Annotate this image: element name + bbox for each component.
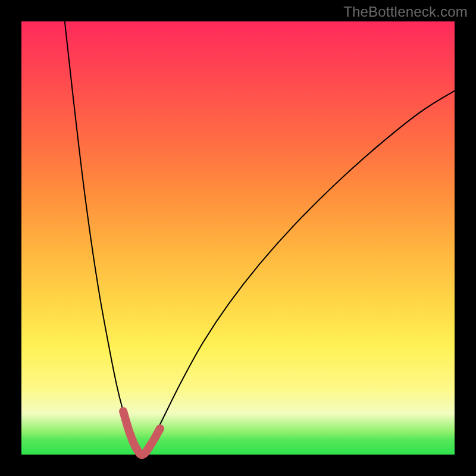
right-branch-line <box>143 90 455 455</box>
valley-highlight-line <box>123 411 160 455</box>
watermark-text: TheBottleneck.com <box>343 4 468 20</box>
plot-area <box>21 21 455 455</box>
curve-layer <box>21 21 455 455</box>
chart-frame: TheBottleneck.com <box>0 0 476 476</box>
left-branch-line <box>65 21 143 455</box>
